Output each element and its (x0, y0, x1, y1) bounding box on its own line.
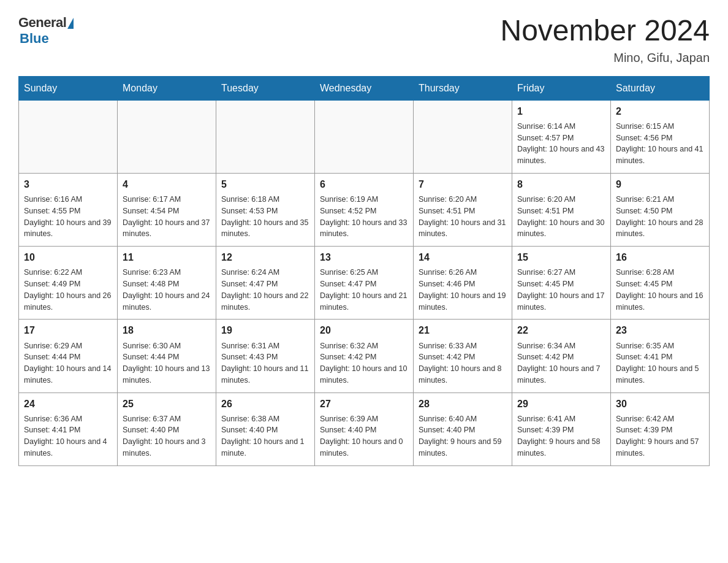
calendar-cell: 23Sunrise: 6:35 AMSunset: 4:41 PMDayligh… (611, 320, 710, 393)
calendar-cell (118, 100, 216, 173)
day-sun-info: Sunrise: 6:27 AMSunset: 4:45 PMDaylight:… (517, 268, 604, 311)
week-row-1: 1Sunrise: 6:14 AMSunset: 4:57 PMDaylight… (19, 100, 710, 173)
day-number: 24 (24, 397, 112, 411)
day-number: 4 (123, 177, 211, 191)
logo-general-text: General (18, 15, 66, 31)
day-sun-info: Sunrise: 6:31 AMSunset: 4:43 PMDaylight:… (221, 342, 308, 385)
day-number: 5 (221, 177, 309, 191)
calendar-cell: 8Sunrise: 6:20 AMSunset: 4:51 PMDaylight… (512, 173, 611, 246)
day-number: 27 (320, 397, 408, 411)
day-sun-info: Sunrise: 6:41 AMSunset: 4:39 PMDaylight:… (517, 415, 601, 458)
day-sun-info: Sunrise: 6:24 AMSunset: 4:47 PMDaylight:… (221, 268, 308, 311)
logo-triangle-icon (67, 18, 74, 29)
calendar-cell (414, 100, 512, 173)
day-number: 12 (221, 250, 309, 264)
day-sun-info: Sunrise: 6:29 AMSunset: 4:44 PMDaylight:… (24, 342, 111, 385)
calendar-cell: 10Sunrise: 6:22 AMSunset: 4:49 PMDayligh… (19, 247, 118, 320)
calendar-cell (216, 100, 315, 173)
week-row-4: 17Sunrise: 6:29 AMSunset: 4:44 PMDayligh… (19, 320, 710, 393)
day-number: 16 (616, 250, 704, 264)
day-sun-info: Sunrise: 6:18 AMSunset: 4:53 PMDaylight:… (221, 195, 308, 238)
calendar-cell: 22Sunrise: 6:34 AMSunset: 4:42 PMDayligh… (512, 320, 611, 393)
calendar-cell: 3Sunrise: 6:16 AMSunset: 4:55 PMDaylight… (19, 173, 118, 246)
day-sun-info: Sunrise: 6:42 AMSunset: 4:39 PMDaylight:… (616, 415, 699, 458)
day-number: 23 (616, 323, 704, 337)
day-number: 15 (517, 250, 605, 264)
day-sun-info: Sunrise: 6:26 AMSunset: 4:46 PMDaylight:… (419, 268, 506, 311)
day-sun-info: Sunrise: 6:35 AMSunset: 4:41 PMDaylight:… (616, 342, 699, 385)
day-sun-info: Sunrise: 6:20 AMSunset: 4:51 PMDaylight:… (419, 195, 506, 238)
calendar-cell: 9Sunrise: 6:21 AMSunset: 4:50 PMDaylight… (611, 173, 710, 246)
location-title: Mino, Gifu, Japan (500, 51, 710, 65)
day-number: 9 (616, 177, 704, 191)
weekday-header-friday: Friday (512, 76, 611, 100)
calendar-cell: 25Sunrise: 6:37 AMSunset: 4:40 PMDayligh… (118, 393, 216, 465)
day-number: 17 (24, 323, 112, 337)
calendar-cell: 15Sunrise: 6:27 AMSunset: 4:45 PMDayligh… (512, 247, 611, 320)
logo-blue-text: Blue (20, 31, 49, 47)
day-sun-info: Sunrise: 6:14 AMSunset: 4:57 PMDaylight:… (517, 122, 604, 165)
calendar-cell: 18Sunrise: 6:30 AMSunset: 4:44 PMDayligh… (118, 320, 216, 393)
calendar-cell: 14Sunrise: 6:26 AMSunset: 4:46 PMDayligh… (414, 247, 512, 320)
calendar-cell: 12Sunrise: 6:24 AMSunset: 4:47 PMDayligh… (216, 247, 315, 320)
day-number: 18 (123, 323, 211, 337)
day-number: 13 (320, 250, 408, 264)
day-number: 29 (517, 397, 605, 411)
calendar-cell: 7Sunrise: 6:20 AMSunset: 4:51 PMDaylight… (414, 173, 512, 246)
day-number: 10 (24, 250, 112, 264)
calendar-cell: 11Sunrise: 6:23 AMSunset: 4:48 PMDayligh… (118, 247, 216, 320)
day-number: 25 (123, 397, 211, 411)
calendar-cell: 4Sunrise: 6:17 AMSunset: 4:54 PMDaylight… (118, 173, 216, 246)
day-number: 7 (419, 177, 507, 191)
page-header: General Blue November 2024 Mino, Gifu, J… (18, 15, 710, 65)
day-number: 1 (517, 104, 605, 118)
day-sun-info: Sunrise: 6:34 AMSunset: 4:42 PMDaylight:… (517, 342, 601, 385)
day-sun-info: Sunrise: 6:19 AMSunset: 4:52 PMDaylight:… (320, 195, 407, 238)
calendar-table: SundayMondayTuesdayWednesdayThursdayFrid… (18, 76, 710, 466)
calendar-cell: 13Sunrise: 6:25 AMSunset: 4:47 PMDayligh… (315, 247, 414, 320)
day-sun-info: Sunrise: 6:16 AMSunset: 4:55 PMDaylight:… (24, 195, 111, 238)
day-sun-info: Sunrise: 6:17 AMSunset: 4:54 PMDaylight:… (123, 195, 210, 238)
calendar-cell: 21Sunrise: 6:33 AMSunset: 4:42 PMDayligh… (414, 320, 512, 393)
calendar-cell (19, 100, 118, 173)
day-number: 6 (320, 177, 408, 191)
day-sun-info: Sunrise: 6:33 AMSunset: 4:42 PMDaylight:… (419, 342, 502, 385)
calendar-cell: 28Sunrise: 6:40 AMSunset: 4:40 PMDayligh… (414, 393, 512, 465)
calendar-cell: 16Sunrise: 6:28 AMSunset: 4:45 PMDayligh… (611, 247, 710, 320)
weekday-header-sunday: Sunday (19, 76, 118, 100)
day-sun-info: Sunrise: 6:39 AMSunset: 4:40 PMDaylight:… (320, 415, 403, 458)
day-sun-info: Sunrise: 6:30 AMSunset: 4:44 PMDaylight:… (123, 342, 210, 385)
day-number: 26 (221, 397, 309, 411)
calendar-cell: 24Sunrise: 6:36 AMSunset: 4:41 PMDayligh… (19, 393, 118, 465)
week-row-5: 24Sunrise: 6:36 AMSunset: 4:41 PMDayligh… (19, 393, 710, 465)
day-sun-info: Sunrise: 6:25 AMSunset: 4:47 PMDaylight:… (320, 268, 407, 311)
calendar-cell: 1Sunrise: 6:14 AMSunset: 4:57 PMDaylight… (512, 100, 611, 173)
calendar-cell: 30Sunrise: 6:42 AMSunset: 4:39 PMDayligh… (611, 393, 710, 465)
day-number: 3 (24, 177, 112, 191)
day-number: 19 (221, 323, 309, 337)
day-number: 11 (123, 250, 211, 264)
day-number: 2 (616, 104, 704, 118)
weekday-header-wednesday: Wednesday (315, 76, 414, 100)
day-sun-info: Sunrise: 6:37 AMSunset: 4:40 PMDaylight:… (123, 415, 206, 458)
calendar-cell: 2Sunrise: 6:15 AMSunset: 4:56 PMDaylight… (611, 100, 710, 173)
day-sun-info: Sunrise: 6:28 AMSunset: 4:45 PMDaylight:… (616, 268, 703, 311)
day-sun-info: Sunrise: 6:40 AMSunset: 4:40 PMDaylight:… (419, 415, 502, 458)
weekday-header-monday: Monday (118, 76, 216, 100)
day-sun-info: Sunrise: 6:38 AMSunset: 4:40 PMDaylight:… (221, 415, 305, 458)
week-row-3: 10Sunrise: 6:22 AMSunset: 4:49 PMDayligh… (19, 247, 710, 320)
weekday-header-thursday: Thursday (414, 76, 512, 100)
day-sun-info: Sunrise: 6:20 AMSunset: 4:51 PMDaylight:… (517, 195, 604, 238)
day-number: 14 (419, 250, 507, 264)
day-number: 20 (320, 323, 408, 337)
day-sun-info: Sunrise: 6:36 AMSunset: 4:41 PMDaylight:… (24, 415, 107, 458)
week-row-2: 3Sunrise: 6:16 AMSunset: 4:55 PMDaylight… (19, 173, 710, 246)
weekday-header-saturday: Saturday (611, 76, 710, 100)
calendar-cell: 26Sunrise: 6:38 AMSunset: 4:40 PMDayligh… (216, 393, 315, 465)
day-number: 28 (419, 397, 507, 411)
day-sun-info: Sunrise: 6:15 AMSunset: 4:56 PMDaylight:… (616, 122, 703, 165)
calendar-cell: 20Sunrise: 6:32 AMSunset: 4:42 PMDayligh… (315, 320, 414, 393)
logo: General Blue (18, 15, 74, 47)
calendar-cell: 29Sunrise: 6:41 AMSunset: 4:39 PMDayligh… (512, 393, 611, 465)
calendar-cell (315, 100, 414, 173)
